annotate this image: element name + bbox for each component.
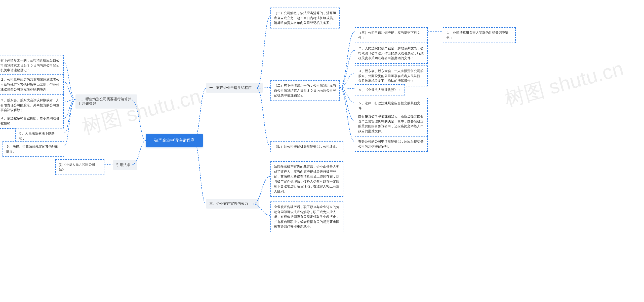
s1n2-c3-title[interactable]: （三）公司申请注销登记，应当提交下列文件： <box>355 27 428 43</box>
s2-intro[interactable]: 有下列情形之一的，公司清算组应当自公司清算结束之日起３０日内向原公司登记机关申请… <box>0 55 64 76</box>
ref-i1[interactable]: [1]《中华人民共和国公司法》 <box>55 159 104 175</box>
s1n2-c2[interactable]: ２、人民法院的破产裁定、解散裁判文书，公司依照《公司法》作出的决议或者决定，行政… <box>355 43 428 64</box>
ref-title[interactable]: 引用法条 <box>113 160 137 170</box>
s1n2-c7[interactable]: 有分公司的公司申请注销登记，还应当提交分公司的注销登记证明。 <box>355 136 428 152</box>
s1n2-c3-i1[interactable]: １、公司清算组负责人签署的注销登记申请书； <box>443 27 516 43</box>
s1n2-c4[interactable]: ４、《企业法人营业执照》； <box>355 84 405 95</box>
s2-i2[interactable]: ２、公司章程规定的营业期限届满或者公司章程规定的其他解散事由出现，但公司通过修改… <box>0 74 64 95</box>
s2-i6[interactable]: ６、法律、行政法规规定的其他解散情形。 <box>3 141 64 157</box>
s1n2-c3b[interactable]: ３、股东会、股东大会、一人有限责任公司的股东、外商投资的公司董事会或者人民法院、… <box>355 65 428 86</box>
s3-p2[interactable]: 企业被宣告破产后，职工原来与企业订立的劳动合同即可依法宣告解除，职工成为失业人员… <box>270 202 343 232</box>
watermark: 树图 shutu.cn <box>502 55 626 113</box>
s2-i3[interactable]: ３、股东会、股东大会决议解散或者一人有限责任公司的股东、外商投资的公司董事会决议… <box>0 95 64 116</box>
section-3-title[interactable]: 三、企业破产宣告的效力 <box>206 199 259 209</box>
s1-item-2[interactable]: （二）有下列情形之一的，公司清算组应当自公司清算结束之日起３０日内向原公司登记机… <box>270 80 340 101</box>
section-2-title[interactable]: 二、哪些情形公司需要进行清算并且注销登记 <box>75 94 137 109</box>
s1-item-4[interactable]: （四）经公司登记机关注销登记，公司终止。 <box>270 141 343 152</box>
s2-i4[interactable]: ４、依法被吊销营业执照、责令关闭或者被撤销； <box>0 113 64 129</box>
s1-item-1[interactable]: （一）公司解散，依法应当清算的，清算组应当自成立之日起１０日内将清算组成员、清算… <box>270 8 340 28</box>
watermark: 树图 shutu.cn <box>79 83 204 141</box>
s3-p1[interactable]: 法院作出破产宣告的裁定后，企业由债务人变成了破产人，应当向原登记机关进行破产登记… <box>270 161 343 197</box>
root-node[interactable]: 破产企业申请注销程序 <box>146 134 203 147</box>
section-1-title[interactable]: 一、破产企业申请注销程序 <box>206 83 263 93</box>
s1n2-c6[interactable]: 国有独资公司申请注销登记，还应当提交国有资产监督管理机构的决定，其中，国务院确定… <box>355 111 428 137</box>
